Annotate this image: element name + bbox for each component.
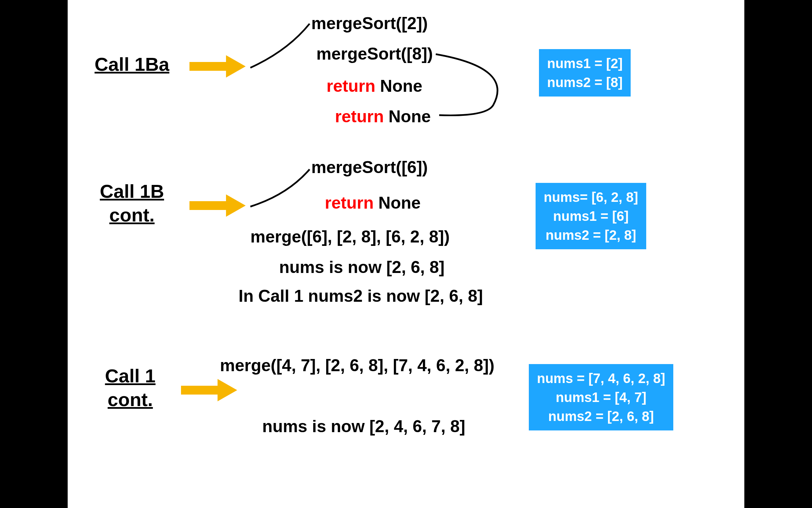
state-box-1b: nums= [6, 2, 8] nums1 = [6] nums2 = [2, …: [536, 183, 646, 249]
code-mergesort-6: mergeSort([6]): [311, 157, 428, 177]
return-value: None: [384, 107, 431, 126]
state-box-1: nums = [7, 4, 6, 2, 8] nums1 = [4, 7] nu…: [529, 364, 673, 430]
arrow-icon: [189, 196, 247, 215]
keyword-return: return: [325, 193, 374, 212]
code-return-none-2: return None: [335, 107, 431, 126]
state-line: nums = [7, 4, 6, 2, 8]: [537, 369, 665, 388]
state-line: nums1 = [6]: [544, 207, 638, 226]
state-line: nums1 = [4, 7]: [537, 388, 665, 407]
code-merge-final: merge([4, 7], [2, 6, 8], [7, 4, 6, 2, 8]…: [220, 356, 494, 375]
state-line: nums= [6, 2, 8]: [544, 188, 638, 207]
call-label-1ba: Call 1Ba: [81, 52, 183, 76]
slide: Call 1Ba mergeSort([2]) mergeSort([8]) r…: [68, 0, 744, 508]
state-box-1ba: nums1 = [2] nums2 = [8]: [539, 49, 631, 97]
keyword-return: return: [326, 77, 375, 96]
state-line: nums2 = [2, 8]: [544, 226, 638, 245]
code-nums-now-final: nums is now [2, 4, 6, 7, 8]: [262, 417, 465, 436]
state-line: nums2 = [2, 6, 8]: [537, 407, 665, 426]
state-line: nums2 = [8]: [547, 73, 623, 92]
return-value: None: [375, 77, 422, 96]
code-call1-nums2: In Call 1 nums2 is now [2, 6, 8]: [239, 286, 483, 306]
code-mergesort-8: mergeSort([8]): [316, 44, 433, 64]
curve-connector: [250, 14, 325, 71]
code-mergesort-2: mergeSort([2]): [311, 14, 428, 33]
call-label-1b: Call 1B cont.: [78, 179, 186, 227]
code-merge-6-28: merge([6], [2, 8], [6, 2, 8]): [250, 227, 450, 247]
return-value: None: [374, 193, 421, 212]
code-return-none-3: return None: [325, 193, 421, 213]
call-label-1: Call 1 cont.: [86, 364, 174, 411]
code-return-none-1: return None: [326, 76, 422, 96]
code-nums-now-268: nums is now [2, 6, 8]: [279, 257, 445, 277]
curve-connector: [436, 54, 524, 125]
state-line: nums1 = [2]: [547, 54, 623, 73]
keyword-return: return: [335, 107, 384, 126]
arrow-icon: [189, 57, 247, 76]
arrow-icon: [181, 380, 239, 400]
